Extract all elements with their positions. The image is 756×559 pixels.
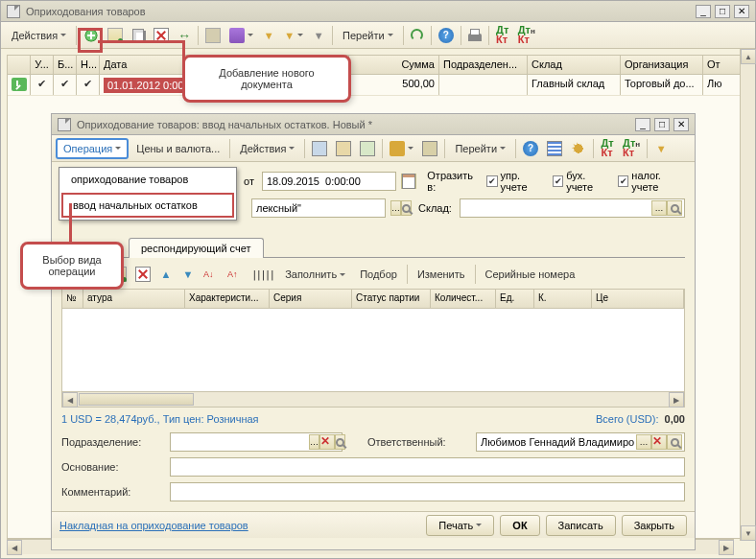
dcol-stat[interactable]: Статус партии [352,290,431,308]
maximize-button[interactable]: □ [715,5,730,18]
list-button[interactable] [543,138,566,159]
dcol-n[interactable]: № [62,290,83,308]
resp-clear[interactable] [651,434,667,450]
ok-button[interactable]: ОК [500,515,539,536]
chk-bukh[interactable]: ✔бух. учете [553,170,610,193]
gear-button[interactable] [567,138,590,159]
help-button[interactable] [435,25,458,46]
resp-dots[interactable]: … [636,434,651,450]
dtkt-button[interactable]: ДтКт [492,25,513,46]
tool-5[interactable] [418,138,441,159]
maximize-button[interactable]: □ [654,118,670,131]
row-del[interactable] [131,264,154,285]
close-button[interactable]: ✕ [673,118,689,131]
org-find[interactable] [401,200,412,216]
detail-scroll-left[interactable]: ◀ [62,392,78,408]
select-button[interactable]: Подбор [353,264,404,285]
detail-body[interactable] [62,309,684,391]
podr-input[interactable] [173,436,309,448]
menu-item-vvod[interactable]: ввод начальных остатков [61,193,234,218]
tool-3[interactable] [356,138,379,159]
sort-asc[interactable]: A↓ [200,264,223,285]
date-input[interactable] [265,175,401,187]
osn-input[interactable] [173,461,682,473]
inner-actions-menu[interactable]: Действия [233,138,301,159]
resp-field[interactable]: … [476,432,685,452]
detail-scroll-right[interactable]: ▶ [669,392,684,408]
filter-tool[interactable]: ▼ [258,25,279,46]
close-button[interactable]: ✕ [734,5,749,18]
col-icon[interactable] [8,56,31,74]
fill-menu[interactable]: Заполнить [278,264,352,285]
dcol-char[interactable]: Характеристи... [185,290,270,308]
print-form-link[interactable]: Накладная на оприходование товаров [59,520,248,531]
osn-field[interactable] [170,457,685,477]
podr-clear[interactable] [319,434,335,450]
operation-menu[interactable]: Операция [56,138,129,159]
prices-button[interactable]: Цены и валюта... [130,138,226,159]
doc-based-button[interactable] [386,138,417,159]
detail-scroll-thumb[interactable] [79,393,194,406]
calendar-button[interactable] [401,174,416,189]
print-menu[interactable]: Печать [426,515,494,536]
col-sklad[interactable]: Склад [528,56,621,74]
col-podr[interactable]: Подразделен... [439,56,528,74]
menu-item-oprih[interactable]: оприходование товаров [59,168,236,191]
sklad-field[interactable]: … [460,198,685,218]
col-n[interactable]: Н... [77,56,100,74]
org-dots[interactable]: … [390,200,401,216]
tool-a[interactable] [201,25,224,46]
podr-field[interactable]: … [170,432,343,452]
outer-vscroll[interactable]: ▲ ▼ [740,49,755,541]
col-u[interactable]: У... [31,56,54,74]
print-outer-button[interactable] [464,25,485,46]
filter-tool-2[interactable]: ▼ [280,25,307,46]
change-button[interactable]: Изменить [411,264,472,285]
filter-inner[interactable]: ▼ [650,138,672,159]
comm-input[interactable] [173,486,682,498]
dcol-qty[interactable]: Количест... [431,290,496,308]
close-doc-button[interactable]: Закрыть [622,515,687,536]
sort-desc[interactable]: A↑ [224,264,247,285]
dcol-ser[interactable]: Серия [270,290,352,308]
minimize-button[interactable]: _ [635,118,650,131]
dcol-nom[interactable]: атура [83,290,185,308]
dcol-ed[interactable]: Ед. [496,290,534,308]
clear-filter[interactable]: ▼ [308,25,329,46]
serial-button[interactable]: Серийные номера [479,264,582,285]
tool-1[interactable] [308,138,331,159]
date-tool[interactable] [225,25,257,46]
inner-help-button[interactable] [519,138,542,159]
comm-field[interactable] [170,482,685,501]
save-button[interactable]: Записать [546,515,616,536]
tab-corr-account[interactable]: респондирующий счет [129,238,264,258]
actions-menu[interactable]: Действия [5,25,73,46]
dtkt-nal-inner[interactable]: ДтнКт [619,138,644,159]
inner-goto-menu[interactable]: Перейти [448,138,512,159]
resp-find[interactable] [667,434,682,450]
refresh-button[interactable] [407,25,428,46]
col-org[interactable]: Организация [621,56,703,74]
dtkt-nal-button[interactable]: ДтнКт [514,25,539,46]
row-down[interactable]: ▼ [177,264,199,285]
date-field[interactable] [262,172,396,191]
goto-menu[interactable]: Перейти [336,25,400,46]
col-b[interactable]: Б... [54,56,77,74]
resp-input[interactable] [479,436,636,448]
sklad-input[interactable] [462,202,651,214]
org-field[interactable]: … [251,198,386,218]
col-sum[interactable]: Сумма [349,56,439,74]
dtkt-inner[interactable]: ДтКт [597,138,618,159]
podr-find[interactable] [335,434,345,450]
podr-dots[interactable]: … [309,434,319,450]
minimize-button[interactable]: _ [696,5,711,18]
dcol-ce[interactable]: Це [592,290,684,308]
org-input[interactable] [254,202,390,214]
dcol-k[interactable]: К. [534,290,592,308]
sklad-find[interactable] [667,200,682,216]
chk-upr[interactable]: ✔упр. учете [486,170,545,193]
tool-2[interactable] [332,138,355,159]
row-up[interactable]: ▲ [155,264,177,285]
grid-row[interactable]: ✔ ✔ ✔ 01.01.2012 0:00 500,00 Главный скл… [8,75,748,96]
barcode[interactable]: ||||| [248,264,277,285]
